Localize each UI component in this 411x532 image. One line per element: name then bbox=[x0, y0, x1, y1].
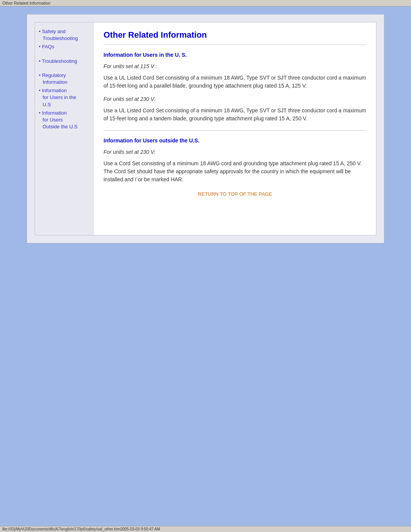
mid-divider bbox=[104, 130, 366, 131]
sidebar-link-troubleshooting[interactable]: • Troubleshooting bbox=[39, 58, 90, 65]
sidebar: • Safety and Troubleshooting • FAQs • Tr… bbox=[35, 22, 94, 235]
section-outside: Information for Users outside the U.S. F… bbox=[104, 137, 366, 184]
sidebar-item-regulatory[interactable]: • Regulatory Information bbox=[39, 72, 90, 86]
sidebar-item-info-outside[interactable]: • Information for Users Outside the U.S bbox=[39, 110, 90, 131]
browser-title-bar: Other Related Information bbox=[0, 0, 411, 6]
sidebar-item-safety[interactable]: • Safety and Troubleshooting bbox=[39, 28, 90, 42]
section-us: Information for Users in the U. S. For u… bbox=[104, 52, 366, 123]
top-divider bbox=[104, 45, 366, 45]
section-outside-title: Information for Users outside the U.S. bbox=[104, 137, 366, 144]
sidebar-link-safety[interactable]: • Safety and Troubleshooting bbox=[39, 28, 90, 42]
sidebar-item-faqs[interactable]: • FAQs bbox=[39, 43, 90, 50]
section-us-230-body: Use a UL Listed Cord Set consisting of a… bbox=[104, 107, 366, 123]
status-bar-text: file:///D|/My%20Documents/dfu/A7/english… bbox=[2, 527, 160, 531]
return-to-top-link[interactable]: RETURN TO TOP OF THE PAGE bbox=[104, 191, 366, 197]
sidebar-link-faqs[interactable]: • FAQs bbox=[39, 43, 90, 50]
section-outside-230-italic: For units set at 230 V: bbox=[104, 149, 366, 155]
section-us-230-italic: For units set at 230 V: bbox=[104, 96, 366, 102]
sidebar-link-info-outside[interactable]: • Information for Users Outside the U.S bbox=[39, 110, 90, 131]
section-us-115-body: Use a UL Listed Cord Set consisting of a… bbox=[104, 74, 366, 90]
page-title: Other Related Information bbox=[104, 30, 366, 40]
outer-container: • Safety and Troubleshooting • FAQs • Tr… bbox=[27, 14, 384, 243]
sidebar-item-info-us[interactable]: • Information for Users in the U.S bbox=[39, 87, 90, 108]
sidebar-link-info-us[interactable]: • Information for Users in the U.S bbox=[39, 87, 90, 108]
inner-container: • Safety and Troubleshooting • FAQs • Tr… bbox=[35, 22, 376, 235]
section-us-115-italic: For units set at 115 V : bbox=[104, 63, 366, 69]
main-content: Other Related Information Information fo… bbox=[94, 22, 376, 235]
section-us-title: Information for Users in the U. S. bbox=[104, 52, 366, 58]
page-tab-title: Other Related Information bbox=[2, 1, 51, 5]
status-bar: file:///D|/My%20Documents/dfu/A7/english… bbox=[0, 526, 411, 532]
sidebar-link-regulatory[interactable]: • Regulatory Information bbox=[39, 72, 90, 86]
sidebar-item-troubleshooting[interactable]: • Troubleshooting bbox=[39, 58, 90, 65]
section-outside-230-body: Use a Cord Set consisting of a minimum 1… bbox=[104, 160, 366, 184]
